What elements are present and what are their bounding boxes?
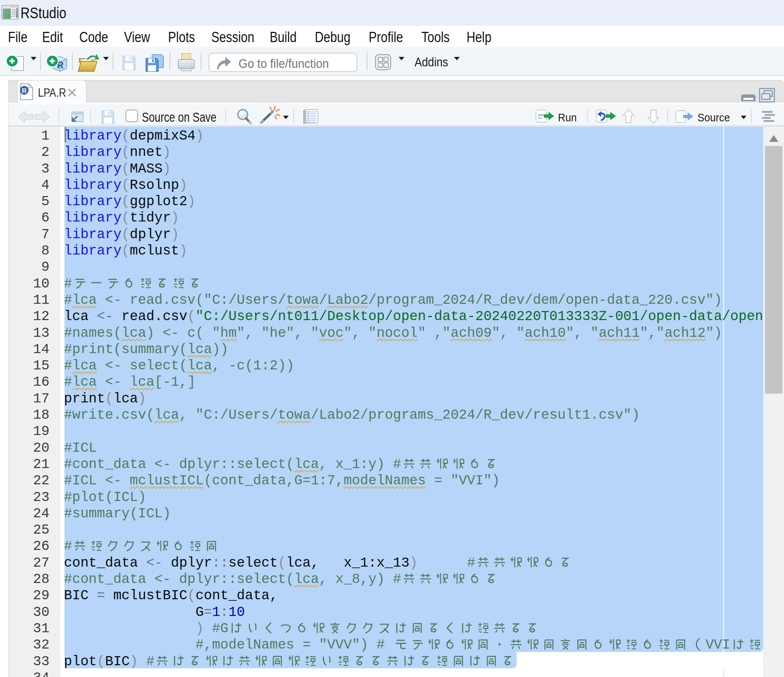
svg-text:R: R [22,87,27,94]
